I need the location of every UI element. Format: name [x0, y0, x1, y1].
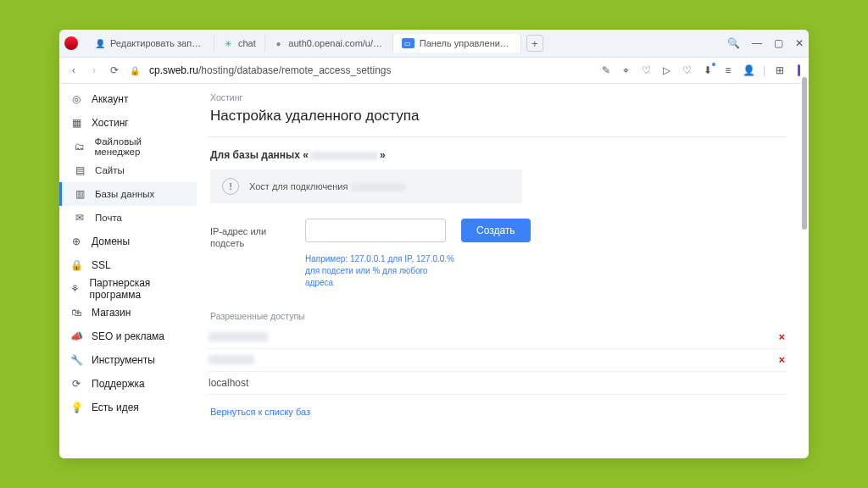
download-icon[interactable]: ⬇ — [702, 64, 714, 76]
sidebar: ◎Аккаунт ▦Хостинг 🗂Файловый менеджер ▤Са… — [59, 84, 197, 458]
lock-icon: 🔒 — [129, 66, 141, 75]
window-controls: 🔍 — ▢ ✕ — [727, 37, 804, 49]
folder-icon: 🗂 — [73, 140, 86, 153]
layout-icon: ▤ — [73, 164, 86, 177]
favicon-icon: ▭ — [402, 38, 415, 48]
divider — [207, 136, 787, 137]
nav-mail[interactable]: ✉Почта — [59, 206, 197, 230]
tab-3[interactable]: ▭ Панель управления VH — [393, 34, 521, 53]
play-icon[interactable]: ▷ — [661, 64, 673, 76]
create-button[interactable]: Создать — [461, 219, 531, 242]
info-icon: ! — [222, 178, 239, 195]
flower-icon: ⚘ — [70, 282, 81, 296]
nav-sites[interactable]: ▤Сайты — [59, 158, 197, 182]
maximize-button[interactable]: ▢ — [774, 37, 783, 49]
tab-0[interactable]: 👤 Редактировать запись — [86, 34, 214, 53]
address-bar: ‹ › ⟳ 🔒 cp.sweb.ru/hosting/database/remo… — [59, 58, 809, 84]
search-icon[interactable]: 🔍 — [727, 37, 740, 49]
nav-tools[interactable]: 🔧Инструменты — [59, 348, 197, 372]
tab-strip: 👤 Редактировать запись ✳ chat ● auth0.op… — [59, 30, 809, 58]
edit-icon[interactable]: ✎ — [600, 64, 612, 76]
opera-logo-icon — [64, 36, 78, 50]
allowed-access-label: Разрешенные доступы — [210, 311, 787, 321]
access-row: × — [207, 326, 787, 349]
url-field[interactable]: cp.sweb.ru/hosting/database/remote_acces… — [149, 64, 592, 76]
redacted-ip — [209, 332, 268, 341]
tab-2[interactable]: ● auth0.openai.com/u/logi — [265, 34, 393, 53]
wrench-icon: 🔧 — [70, 353, 83, 367]
redacted-db-name — [310, 152, 378, 160]
browser-window: 👤 Редактировать запись ✳ chat ● auth0.op… — [59, 30, 809, 458]
ip-hint: Например: 127.0.0.1 для IP, 127.0.0.% дл… — [305, 253, 458, 289]
page-body: ◎Аккаунт ▦Хостинг 🗂Файловый менеджер ▤Са… — [59, 84, 809, 458]
delete-button[interactable]: × — [778, 330, 785, 343]
nav-seo[interactable]: 📣SEO и реклама — [59, 324, 197, 348]
ip-label: IP-адрес или подсеть — [210, 219, 290, 250]
nav-store[interactable]: 🛍Магазин — [59, 301, 197, 324]
profile-icon[interactable]: 👤 — [743, 64, 754, 76]
nav-domains[interactable]: ⊕Домены — [59, 230, 197, 253]
toolbar-icons: ✎ ⌖ ♡ ▷ ♡ ⬇ ≡ 👤 | ⊞ — [600, 64, 800, 76]
close-button[interactable]: ✕ — [795, 37, 804, 49]
reload-button[interactable]: ⟳ — [108, 64, 120, 76]
access-row: × — [207, 349, 787, 372]
menu-icon[interactable]: ≡ — [722, 64, 734, 76]
new-tab-button[interactable]: + — [526, 35, 543, 52]
connection-host-callout: ! Хост для подключения — [210, 169, 522, 203]
scrollbar-thumb[interactable] — [802, 77, 807, 230]
tab-label: auth0.openai.com/u/logi — [288, 38, 383, 48]
nav-affiliate[interactable]: ⚘Партнерская программа — [59, 277, 197, 301]
back-button[interactable]: ‹ — [68, 64, 80, 76]
access-row: localhost — [207, 372, 787, 395]
ip-form: IP-адрес или подсеть Создать — [210, 219, 787, 250]
nav-support[interactable]: ⟳Поддержка — [59, 372, 197, 396]
database-label: Для базы данных «» — [210, 149, 787, 161]
nav-ssl[interactable]: 🔒SSL — [59, 253, 197, 277]
accent-pill-icon — [798, 64, 800, 76]
redacted-ip — [209, 355, 254, 364]
favicon-icon: 👤 — [95, 38, 105, 48]
ip-input[interactable] — [305, 219, 446, 242]
database-icon: ▥ — [73, 187, 86, 201]
user-icon: ◎ — [70, 92, 83, 106]
delete-button[interactable]: × — [778, 353, 785, 366]
minimize-button[interactable]: — — [752, 37, 762, 49]
shield-icon[interactable]: ♡ — [641, 64, 653, 76]
redacted-host — [351, 183, 405, 191]
forward-button[interactable]: › — [88, 64, 100, 76]
nav-idea[interactable]: 💡Есть идея — [59, 396, 197, 419]
access-host: localhost — [209, 377, 248, 389]
main-content: Хостинг Настройка удаленного доступа Для… — [197, 84, 809, 458]
tab-1[interactable]: ✳ chat — [214, 34, 265, 53]
bag-icon: 🛍 — [70, 306, 83, 319]
refresh-icon: ⟳ — [70, 377, 83, 391]
nav-databases[interactable]: ▥Базы данных — [59, 182, 197, 206]
megaphone-icon: 📣 — [70, 330, 83, 343]
callout-text: Хост для подключения — [249, 181, 405, 191]
tab-label: chat — [238, 38, 256, 48]
favicon-icon: ✳ — [223, 38, 233, 48]
globe-icon: ⊕ — [70, 235, 83, 248]
nav-hosting[interactable]: ▦Хостинг — [59, 111, 197, 135]
tab-label: Панель управления VH — [420, 38, 512, 48]
lock-icon: 🔒 — [70, 258, 83, 272]
capture-icon[interactable]: ⌖ — [620, 64, 632, 76]
tab-label: Редактировать запись — [110, 38, 205, 48]
bulb-icon: 💡 — [70, 401, 83, 414]
page-title: Настройка удаленного доступа — [210, 108, 787, 125]
back-to-list-link[interactable]: Вернуться к списку баз — [210, 407, 310, 417]
box-icon: ▦ — [70, 116, 83, 130]
breadcrumb[interactable]: Хостинг — [210, 92, 787, 103]
cube-icon[interactable]: ⊞ — [774, 64, 786, 76]
heart-icon[interactable]: ♡ — [682, 64, 693, 76]
mail-icon: ✉ — [73, 211, 86, 225]
favicon-icon: ● — [274, 38, 284, 48]
nav-file-manager[interactable]: 🗂Файловый менеджер — [59, 135, 197, 158]
nav-account[interactable]: ◎Аккаунт — [59, 87, 197, 111]
